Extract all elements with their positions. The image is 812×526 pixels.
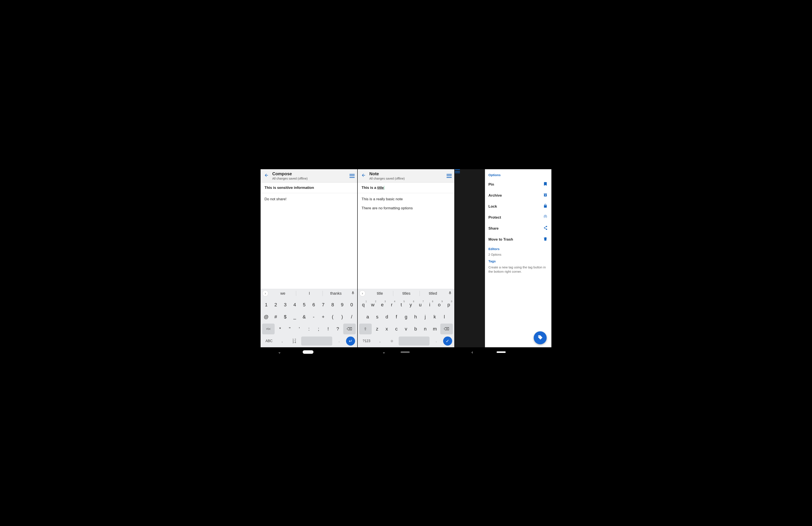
note-body-field[interactable]: This is a really basic note There are no… [358, 193, 454, 289]
back-button[interactable] [263, 172, 270, 180]
key[interactable]: j [420, 312, 430, 322]
suggestion-item[interactable]: titles [393, 291, 420, 296]
key[interactable]: p0 [444, 299, 453, 310]
menu-button[interactable] [455, 169, 485, 173]
key[interactable]: g [401, 312, 411, 322]
nav-back-icon[interactable]: ‹ [472, 350, 473, 355]
key-period[interactable]: . [431, 339, 441, 343]
key-more-symbols[interactable]: =\< [262, 324, 275, 334]
key[interactable]: ( [328, 312, 337, 322]
mic-button[interactable] [350, 291, 356, 296]
key[interactable]: 9 [337, 299, 347, 310]
suggestion-item[interactable]: title [367, 291, 393, 296]
key[interactable]: 5 [300, 299, 309, 310]
note-title-field[interactable]: This is sensitive information [261, 183, 357, 193]
key[interactable]: - [309, 312, 318, 322]
key[interactable]: b [411, 324, 420, 334]
suggestion-item[interactable]: we [270, 291, 296, 296]
key-backspace[interactable]: ⌫ [440, 324, 453, 334]
nav-home-pill[interactable] [401, 351, 410, 353]
key[interactable]: z [372, 324, 382, 334]
key[interactable]: : [304, 324, 314, 334]
key[interactable]: ; [314, 324, 323, 334]
key[interactable]: 8 [328, 299, 337, 310]
key-done[interactable]: ✓ [443, 336, 452, 346]
nav-home-pill[interactable] [303, 350, 314, 354]
key[interactable]: t5 [396, 299, 406, 310]
key[interactable]: ? [333, 324, 343, 334]
key[interactable]: _ [290, 312, 300, 322]
key[interactable]: l [440, 312, 449, 322]
note-body-field[interactable]: Do not share! [261, 193, 357, 289]
key[interactable]: 3 [280, 299, 290, 310]
key[interactable]: 2 [271, 299, 280, 310]
suggestion-item[interactable]: I [296, 291, 322, 296]
key[interactable]: ! [323, 324, 333, 334]
key[interactable]: 7 [318, 299, 328, 310]
expand-suggestions-button[interactable]: › [262, 290, 269, 297]
key-backspace[interactable]: ⌫ [343, 324, 356, 334]
mic-button[interactable] [447, 291, 453, 296]
key[interactable]: c [392, 324, 401, 334]
suggestion-item[interactable]: titled [420, 291, 446, 296]
key[interactable]: 4 [290, 299, 300, 310]
key-comma[interactable]: , [277, 339, 287, 343]
key[interactable]: i8 [425, 299, 434, 310]
key[interactable]: ' [294, 324, 304, 334]
key-comma[interactable]: , [375, 339, 385, 343]
option-lock[interactable]: Lock [489, 201, 548, 212]
key[interactable]: + [318, 312, 328, 322]
key[interactable]: v [401, 324, 411, 334]
key[interactable]: $ [280, 312, 290, 322]
key[interactable]: o9 [434, 299, 444, 310]
key[interactable]: k [430, 312, 439, 322]
key[interactable]: s [372, 312, 382, 322]
key[interactable]: h [411, 312, 420, 322]
option-archive[interactable]: Archive [489, 190, 548, 201]
key[interactable]: @ [261, 312, 271, 322]
key[interactable]: / [347, 312, 357, 322]
key[interactable]: r4 [387, 299, 396, 310]
add-tag-fab[interactable] [534, 331, 547, 344]
key[interactable]: d [382, 312, 392, 322]
key[interactable]: f [392, 312, 401, 322]
overlay-dim[interactable] [455, 169, 485, 357]
back-button[interactable] [360, 172, 367, 180]
key[interactable]: y6 [406, 299, 416, 310]
key-spacebar[interactable] [399, 336, 429, 346]
option-share[interactable]: Share [489, 223, 548, 234]
key[interactable]: * [275, 324, 285, 334]
key[interactable]: m [430, 324, 440, 334]
option-protect[interactable]: Protect [489, 212, 548, 223]
option-move-to-trash[interactable]: Move to Trash [489, 234, 548, 245]
nav-home-pill[interactable] [497, 351, 506, 353]
note-title-field[interactable]: This is a title [358, 183, 454, 193]
key[interactable]: w2 [368, 299, 378, 310]
key[interactable]: n [420, 324, 430, 334]
key[interactable]: q1 [359, 299, 368, 310]
key[interactable]: e3 [378, 299, 387, 310]
expand-suggestions-button[interactable]: › [359, 290, 365, 297]
key[interactable]: x [382, 324, 392, 334]
menu-button[interactable] [447, 174, 452, 178]
option-pin[interactable]: Pin [489, 179, 548, 190]
key[interactable]: u7 [416, 299, 425, 310]
key[interactable]: 1 [261, 299, 271, 310]
key[interactable]: a [363, 312, 372, 322]
editors-subtext[interactable]: 2 Options [489, 253, 548, 256]
key[interactable]: 0 [347, 299, 357, 310]
key-spacebar[interactable] [301, 336, 332, 346]
key-abc[interactable]: ABC [263, 339, 275, 343]
key[interactable]: " [285, 324, 295, 334]
key-123[interactable]: ?123 [360, 339, 373, 343]
key[interactable]: & [300, 312, 309, 322]
key-enter[interactable]: ↵ [346, 336, 355, 346]
suggestion-item[interactable]: thanks [323, 291, 349, 296]
nav-down-icon[interactable]: ⌄ [382, 350, 386, 355]
key-shift[interactable]: ⇧ [359, 324, 372, 334]
menu-button[interactable] [349, 174, 355, 178]
key-emoji[interactable]: ☺ [387, 339, 397, 343]
key[interactable]: 6 [309, 299, 318, 310]
key[interactable]: ) [337, 312, 347, 322]
key[interactable]: # [271, 312, 280, 322]
